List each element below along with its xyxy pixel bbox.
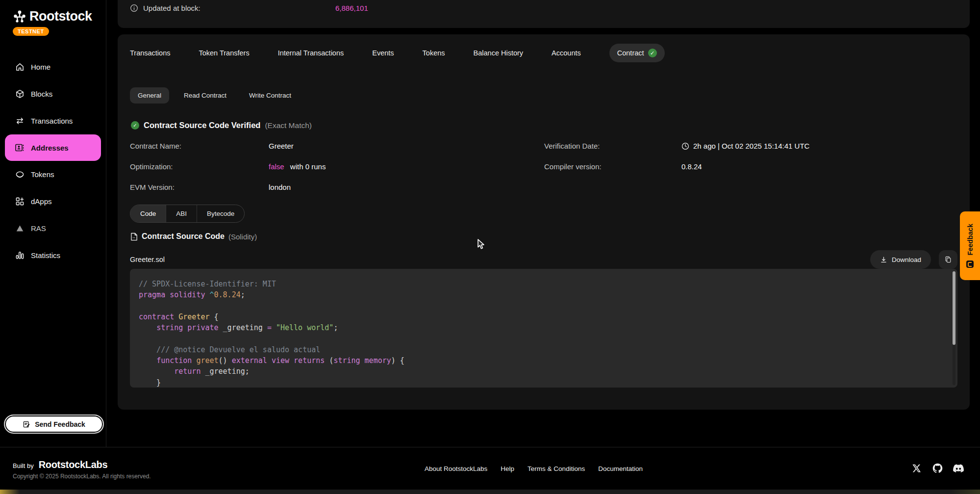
copy-source-button[interactable]	[939, 250, 957, 269]
tab-accounts[interactable]: Accounts	[552, 49, 581, 57]
optimization-label: Optimization:	[130, 162, 269, 171]
file-icon	[130, 233, 138, 241]
sidebar-item-blocks[interactable]: Blocks	[0, 80, 106, 107]
verified-match-type: (Exact Match)	[265, 121, 312, 130]
sidebar-item-addresses[interactable]: Addresses	[5, 134, 101, 161]
verification-date-value: 2h ago | Oct 02 2025 15:14:41 UTC	[681, 142, 809, 150]
tab-tokens[interactable]: Tokens	[423, 49, 445, 57]
sidebar-item-transactions[interactable]: Transactions	[0, 107, 106, 134]
code-view-switch: Code ABI Bytecode	[130, 205, 245, 223]
send-feedback-label: Send Feedback	[35, 420, 85, 428]
contract-verified-check-icon: ✓	[648, 49, 657, 57]
subtab-write-contract[interactable]: Write Contract	[241, 87, 299, 104]
optimization-runs: with 0 runs	[288, 162, 326, 171]
source-code-heading: Contract Source Code (Solidity)	[130, 232, 257, 241]
segment-bytecode[interactable]: Bytecode	[197, 205, 244, 222]
verification-date-row: Verification Date: 2h ago | Oct 02 2025 …	[544, 142, 809, 150]
tab-events[interactable]: Events	[372, 49, 394, 57]
sidebar: Rootstock TESTNET Home Blocks	[0, 0, 106, 447]
tab-balance-history[interactable]: Balance History	[474, 49, 524, 57]
optimization-flag: false	[269, 162, 284, 171]
footer-link-documentation[interactable]: Documentation	[598, 465, 643, 472]
feedback-side-tab[interactable]: Feedback	[960, 211, 980, 280]
tab-internal-transactions[interactable]: Internal Transactions	[278, 49, 344, 57]
brand-name: Rootstock	[29, 9, 92, 24]
send-feedback-button[interactable]: Send Feedback	[4, 415, 104, 434]
code-line: /// @notice Devuelve el saludo actual	[139, 344, 946, 355]
sidebar-item-label: Transactions	[31, 117, 73, 125]
discord-icon[interactable]	[953, 462, 964, 474]
contract-name-row: Contract Name: Greeter	[130, 142, 294, 150]
block-number-link[interactable]: 6,886,101	[335, 4, 368, 12]
footer-link-help[interactable]: Help	[501, 465, 514, 472]
compiler-row: Compiler version: 0.8.24	[544, 162, 702, 171]
testnet-badge: TESTNET	[13, 27, 49, 36]
rootstock-logo-icon	[13, 10, 26, 24]
code-scrollbar-thumb[interactable]	[953, 271, 955, 345]
contract-subtabs: General Read Contract Write Contract	[130, 87, 299, 104]
footer: Built by RootstockLabs Copyright © 2025 …	[0, 447, 980, 489]
segment-abi[interactable]: ABI	[166, 205, 197, 222]
info-icon	[130, 4, 138, 12]
built-by-label: Built by	[13, 462, 34, 469]
code-line	[139, 333, 946, 344]
code-line: pragma solidity ^0.8.24;	[139, 289, 946, 300]
sidebar-nav: Home Blocks Transactions Addresses	[0, 53, 106, 269]
source-code-viewer[interactable]: // SPDX-License-Identifier: MITpragma so…	[130, 269, 957, 388]
cube-icon	[15, 89, 25, 99]
github-icon[interactable]	[931, 462, 943, 474]
rootstocklabs-link[interactable]: RootstockLabs	[39, 459, 108, 470]
tab-transactions[interactable]: Transactions	[130, 49, 170, 57]
tab-token-transfers[interactable]: Token Transfers	[199, 49, 249, 57]
footer-link-about[interactable]: About RootstockLabs	[425, 465, 487, 472]
sidebar-item-statistics[interactable]: Statistics	[0, 242, 106, 269]
social-links	[910, 462, 964, 474]
subtab-general[interactable]: General	[130, 87, 169, 104]
updated-block-label: Updated at block:	[143, 4, 201, 12]
code-line: function greet() external view returns (…	[139, 355, 946, 366]
verification-date-label: Verification Date:	[544, 142, 681, 150]
coin-icon	[15, 170, 25, 180]
address-card-icon	[15, 143, 25, 153]
page: Rootstock TESTNET Home Blocks	[0, 0, 980, 494]
sidebar-item-tokens[interactable]: Tokens	[0, 161, 106, 188]
optimization-value: false with 0 runs	[269, 162, 326, 171]
sidebar-item-label: Tokens	[31, 170, 54, 179]
dapps-grid-icon	[15, 197, 25, 207]
footer-links: About RootstockLabs Help Terms & Conditi…	[425, 465, 643, 472]
compiler-value: 0.8.24	[681, 162, 702, 171]
copyright-text: Copyright © 2025 RootstockLabs. All righ…	[13, 473, 151, 480]
contract-name-value: Greeter	[269, 142, 294, 150]
evm-version-label: EVM Version:	[130, 183, 269, 191]
sidebar-item-label: dApps	[31, 197, 52, 206]
source-code-title: Contract Source Code	[142, 232, 225, 241]
segment-code[interactable]: Code	[130, 205, 166, 222]
evm-version-row: EVM Version: london	[130, 183, 291, 191]
home-icon	[15, 62, 25, 72]
footer-link-terms[interactable]: Terms & Conditions	[528, 465, 585, 472]
source-filename: Greeter.sol	[130, 256, 165, 263]
brand-logo[interactable]: Rootstock TESTNET	[13, 9, 92, 36]
tab-contract-label: Contract	[617, 49, 644, 57]
download-button[interactable]: Download	[870, 250, 931, 269]
feedback-tab-icon	[966, 260, 974, 268]
x-twitter-icon[interactable]	[910, 462, 922, 474]
sidebar-item-home[interactable]: Home	[0, 53, 106, 80]
download-label: Download	[892, 256, 921, 263]
subtab-read-contract[interactable]: Read Contract	[176, 87, 234, 104]
code-line: contract Greeter {	[139, 312, 946, 322]
verified-banner: ✓ Contract Source Code Verified (Exact M…	[131, 121, 312, 130]
verified-check-icon: ✓	[131, 121, 139, 130]
address-detail-card: Transactions Token Transfers Internal Tr…	[118, 34, 970, 410]
evm-version-value: london	[269, 183, 291, 191]
code-line: string private _greeting = "Hello world"…	[139, 322, 946, 333]
sidebar-item-ras[interactable]: RAS	[0, 215, 106, 242]
swap-arrows-icon	[15, 116, 25, 126]
tab-contract[interactable]: Contract ✓	[609, 44, 665, 62]
code-line: return _greeting;	[139, 366, 946, 377]
sidebar-item-dapps[interactable]: dApps	[0, 188, 106, 215]
verification-date-text: 2h ago | Oct 02 2025 15:14:41 UTC	[693, 142, 809, 150]
bar-chart-icon	[15, 251, 25, 260]
sidebar-item-label: RAS	[31, 224, 46, 233]
verified-title: Contract Source Code Verified	[144, 121, 260, 130]
